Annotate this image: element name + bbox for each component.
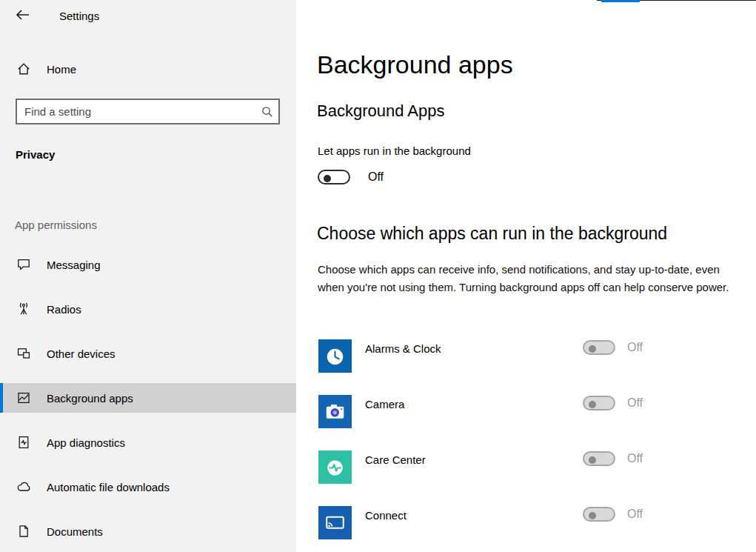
sidebar-nav-list: Messaging Radios Other devices — [0, 250, 296, 552]
sidebar-item-other-devices[interactable]: Other devices — [0, 339, 296, 368]
back-arrow-icon — [16, 9, 30, 24]
sidebar-item-label: Other devices — [47, 348, 116, 360]
camera-toggle[interactable] — [583, 396, 615, 410]
search-box — [16, 99, 280, 124]
sidebar-item-label: Automatic file downloads — [47, 481, 170, 493]
app-diagnostics-icon — [16, 435, 31, 450]
sidebar-item-background-apps[interactable]: Background apps — [0, 383, 296, 413]
care-center-app-icon — [318, 450, 352, 484]
sidebar-section-title: Privacy — [16, 148, 55, 161]
search-input[interactable] — [17, 100, 256, 123]
page-title: Background apps — [317, 50, 513, 79]
app-toggle-state: Off — [627, 508, 643, 521]
master-toggle-state: Off — [368, 170, 384, 184]
sidebar-item-documents[interactable]: Documents — [0, 516, 296, 546]
master-toggle-row: Off — [318, 170, 384, 184]
sidebar-group-label: App permissions — [15, 219, 97, 231]
toggle-knob — [589, 512, 596, 519]
other-devices-icon — [16, 346, 31, 361]
sidebar-item-automatic-file-downloads[interactable]: Automatic file downloads — [0, 472, 296, 502]
back-button[interactable] — [13, 7, 33, 25]
background-apps-heading: Background Apps — [317, 102, 444, 121]
alarms-clock-toggle[interactable] — [583, 340, 615, 355]
background-apps-icon — [16, 390, 31, 405]
app-name: Camera — [365, 398, 583, 410]
documents-icon — [16, 524, 31, 539]
sidebar-item-label: Radios — [47, 303, 81, 316]
main-content: Background apps Background Apps Let apps… — [317, 0, 756, 552]
app-row-alarms-clock: Alarms & Clock Off — [317, 339, 756, 373]
window-top-accent — [601, 0, 640, 2]
messaging-icon — [16, 257, 31, 272]
choose-apps-heading: Choose which apps can run in the backgro… — [317, 224, 667, 244]
sidebar-item-label: Messaging — [47, 259, 101, 271]
toggle-knob — [589, 456, 596, 464]
sidebar-item-label: App diagnostics — [47, 436, 125, 449]
toggle-knob — [324, 175, 331, 182]
background-app-list: Alarms & Clock Off Camera — [317, 339, 756, 552]
app-row-camera: Camera Off — [317, 395, 756, 428]
care-center-toggle[interactable] — [583, 451, 615, 466]
automatic-file-downloads-icon — [16, 479, 31, 494]
search-icon[interactable] — [256, 100, 278, 123]
app-toggle-state: Off — [627, 341, 643, 354]
window-top-edge — [597, 0, 756, 1]
app-name: Alarms & Clock — [365, 342, 583, 355]
app-name: Connect — [365, 509, 583, 522]
master-toggle-label: Let apps run in the background — [318, 144, 471, 157]
camera-app-icon — [318, 395, 352, 428]
app-row-care-center: Care Center Off — [317, 450, 756, 484]
toggle-knob — [589, 401, 596, 408]
window-title: Settings — [59, 10, 99, 22]
background-apps-master-toggle[interactable] — [318, 170, 350, 184]
home-icon — [16, 61, 31, 76]
app-name: Care Center — [365, 453, 583, 466]
toggle-knob — [589, 345, 596, 353]
alarms-clock-app-icon — [318, 339, 352, 373]
radios-icon — [16, 302, 31, 316]
sidebar-item-messaging[interactable]: Messaging — [0, 250, 296, 279]
app-row-connect: Connect Off — [317, 506, 756, 539]
connect-toggle[interactable] — [583, 507, 615, 522]
sidebar-item-radios[interactable]: Radios — [0, 294, 296, 324]
titlebar: Settings — [0, 0, 296, 33]
sidebar-item-home[interactable]: Home — [0, 56, 296, 82]
sidebar-item-label: Home — [47, 63, 76, 76]
sidebar-item-label: Background apps — [47, 392, 133, 405]
choose-apps-description: Choose which apps can receive info, send… — [318, 261, 732, 296]
sidebar-item-app-diagnostics[interactable]: App diagnostics — [0, 428, 296, 457]
sidebar-item-label: Documents — [47, 525, 103, 538]
app-toggle-state: Off — [627, 396, 643, 410]
selected-indicator — [0, 383, 3, 413]
app-toggle-state: Off — [627, 452, 643, 465]
connect-app-icon — [318, 506, 352, 539]
settings-sidebar: Settings Home Privacy App permissions Me… — [0, 0, 296, 552]
